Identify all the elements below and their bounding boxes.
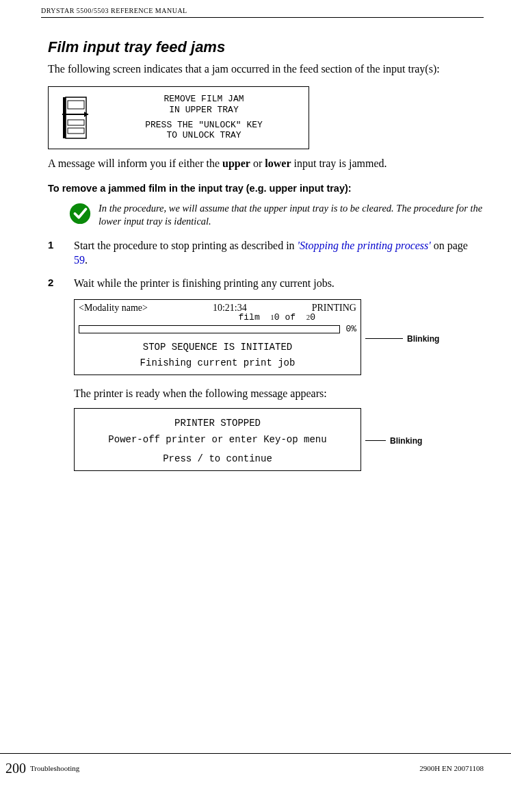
progress-percent: 0% bbox=[345, 324, 356, 334]
text-fragment: or bbox=[250, 157, 265, 169]
footer-section-name: Troubleshooting bbox=[30, 764, 419, 772]
blinking-label: Blinking bbox=[407, 334, 439, 344]
text-bold: lower bbox=[265, 157, 291, 169]
text-fragment: of bbox=[285, 312, 296, 322]
main-content: Film input tray feed jams The following … bbox=[41, 18, 484, 478]
procedure-heading: To remove a jammed film in the input tra… bbox=[48, 183, 484, 194]
lcd-panel-stopped: PRINTER STOPPED Power-off printer or ent… bbox=[74, 408, 361, 471]
page-footer: 200 Troubleshooting 2900H EN 20071108 bbox=[0, 753, 511, 781]
page-reference-link[interactable]: 59 bbox=[74, 254, 85, 266]
running-header: DRYSTAR 5500/5503 REFERENCE MANUAL bbox=[41, 0, 484, 18]
film-count-line: film 10 of 20 bbox=[79, 312, 356, 322]
ready-message-paragraph: The printer is ready when the following … bbox=[74, 388, 484, 400]
section-title: Film input tray feed jams bbox=[48, 38, 484, 56]
svg-rect-5 bbox=[68, 120, 84, 125]
svg-rect-2 bbox=[68, 101, 84, 109]
callout-line bbox=[365, 338, 403, 340]
jam-info-paragraph: A message will inform you if either the … bbox=[48, 156, 484, 171]
blinking-label: Blinking bbox=[390, 436, 422, 446]
page-number: 200 bbox=[5, 761, 26, 776]
lcd-panel-jam: REMOVE FILM JAM IN UPPER TRAY PRESS THE … bbox=[48, 86, 309, 149]
step-2: 2 Wait while the printer is finishing pr… bbox=[48, 277, 484, 291]
step-1: 1 Start the procedure to stop printing a… bbox=[48, 239, 484, 268]
step-number: 2 bbox=[48, 277, 57, 291]
intro-paragraph: The following screen indicates that a ja… bbox=[48, 62, 484, 77]
step-body: Wait while the printer is finishing prin… bbox=[74, 277, 484, 291]
checkmark-icon bbox=[68, 202, 92, 225]
lcd-line: Finishing current print job bbox=[79, 355, 356, 370]
lcd-line: REMOVE FILM JAM bbox=[103, 94, 304, 105]
lcd-line: STOP SEQUENCE IS INITIATED bbox=[79, 340, 356, 355]
status-printing: PRINTING bbox=[312, 303, 356, 314]
text-fragment: input tray is jammed. bbox=[291, 157, 387, 169]
callout-line bbox=[365, 440, 386, 442]
cross-reference-link[interactable]: 'Stopping the printing process' bbox=[298, 240, 431, 251]
text-fragment: on page bbox=[431, 240, 468, 251]
text-fragment: 0 bbox=[310, 312, 315, 322]
text-fragment: A message will inform you if either the bbox=[48, 157, 222, 169]
lcd-line: PRINTER STOPPED bbox=[77, 416, 358, 432]
text-fragment: film bbox=[239, 312, 260, 322]
printer-icon bbox=[55, 94, 96, 142]
text-fragment: 0 bbox=[274, 312, 280, 322]
text-fragment: Start the procedure to stop printing as … bbox=[74, 240, 298, 251]
progress-row: 0% bbox=[79, 324, 356, 334]
footer-doc-id: 2900H EN 20071108 bbox=[419, 764, 484, 772]
lcd-line: Press / to continue bbox=[77, 451, 358, 468]
svg-rect-1 bbox=[63, 97, 66, 138]
lcd-line: TO UNLOCK TRAY bbox=[103, 130, 304, 141]
note-text: In the procedure, we will assume that th… bbox=[99, 202, 484, 228]
svg-rect-6 bbox=[68, 128, 84, 134]
modality-name: <Modality name> bbox=[79, 303, 148, 314]
lcd-panel-printing: <Modality name> 10:21:34 PRINTING film 1… bbox=[74, 299, 361, 375]
text-bold: upper bbox=[222, 157, 250, 169]
lcd-line: PRESS THE "UNLOCK" KEY bbox=[103, 120, 304, 131]
step-body: Start the procedure to stop printing as … bbox=[74, 239, 484, 268]
lcd-line: Power-off printer or enter Key-op menu bbox=[77, 432, 358, 448]
note-block: In the procedure, we will assume that th… bbox=[68, 202, 484, 228]
lcd-line: IN UPPER TRAY bbox=[103, 105, 304, 116]
svg-point-7 bbox=[70, 203, 90, 224]
text-fragment: . bbox=[85, 254, 88, 266]
lcd-text-jam: REMOVE FILM JAM IN UPPER TRAY PRESS THE … bbox=[103, 94, 304, 140]
step-number: 1 bbox=[48, 239, 57, 268]
svg-rect-0 bbox=[66, 97, 86, 138]
progress-bar bbox=[79, 325, 340, 333]
